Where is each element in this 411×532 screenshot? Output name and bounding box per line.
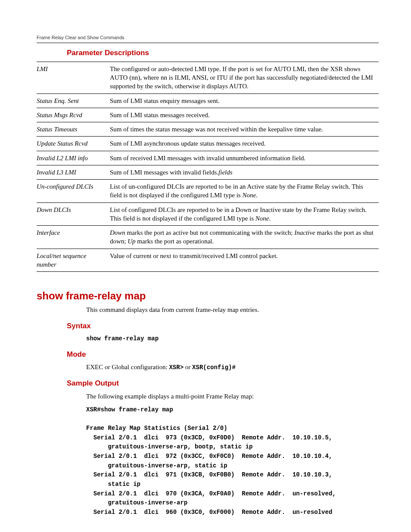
- table-row: Status Msgs RcvdSum of LMI status messag…: [37, 108, 379, 122]
- section-heading-syntax: Syntax: [67, 321, 379, 331]
- param-desc: Sum of LMI asynchronous update status me…: [110, 137, 379, 151]
- syntax-code: show frame-relay map: [86, 335, 379, 343]
- param-name: Status Enq. Sent: [37, 93, 110, 108]
- table-row: Status TimeoutsSum of times the status m…: [37, 122, 379, 137]
- mode-line: EXEC or Global configuration: XSR> or XS…: [86, 363, 379, 372]
- param-name: Invalid L2 LMI info: [37, 151, 110, 165]
- table-row: Un-configured DLCIsList of un-configured…: [37, 180, 379, 203]
- table-row: InterfaceDown marks the port as active b…: [37, 226, 379, 249]
- param-desc: Down marks the port as active but not co…: [110, 226, 379, 249]
- mode-code-2: XSR(config)#: [192, 364, 236, 371]
- param-name: Status Msgs Rcvd: [37, 108, 110, 122]
- section-heading-mode: Mode: [67, 350, 379, 360]
- table-row: Invalid L3 LMISum of LMI messages with i…: [37, 165, 379, 179]
- section-heading-parameter-descriptions: Parameter Descriptions: [67, 48, 379, 58]
- table-row: Down DLCIsList of configured DLCIs are r…: [37, 202, 379, 226]
- parameter-table: LMIThe configured or auto-detected LMI t…: [37, 62, 379, 272]
- param-desc: Sum of times the status message was not …: [110, 122, 379, 137]
- mode-or: or: [184, 364, 192, 370]
- page-header-breadcrumb: Frame Relay Clear and Show Commands: [37, 34, 379, 41]
- param-desc: List of un-configured DLCIs are reported…: [110, 180, 379, 203]
- param-desc: Sum of LMI status messages received.: [110, 108, 379, 122]
- sample-output-intro: The following example displays a multi-p…: [86, 392, 379, 401]
- param-name: Un-configured DLCIs: [37, 180, 110, 203]
- sample-output-block: XSR#show frame-relay map Frame Relay Map…: [86, 405, 379, 517]
- param-name: LMI: [37, 62, 110, 93]
- section-heading-sample-output: Sample Output: [67, 379, 379, 389]
- param-desc: Value of current or next to transmit/rec…: [110, 249, 379, 272]
- param-name: Update Status Rcvd: [37, 137, 110, 151]
- command-heading: show frame-relay map: [37, 289, 379, 303]
- mode-text: EXEC or Global configuration:: [86, 364, 169, 370]
- param-name: Status Timeouts: [37, 122, 110, 137]
- param-desc: Sum of LMI status enquiry messages sent.: [110, 93, 379, 108]
- command-intro: This command displays data from current …: [86, 305, 379, 314]
- param-name: Invalid L3 LMI: [37, 165, 110, 179]
- table-row: Local/net sequence numberValue of curren…: [37, 249, 379, 272]
- table-row: Invalid L2 LMI infoSum of received LMI m…: [37, 151, 379, 165]
- param-name: Local/net sequence number: [37, 249, 110, 272]
- param-name: Down DLCIs: [37, 202, 110, 226]
- param-desc: Sum of LMI messages with invalid fields.…: [110, 165, 379, 179]
- param-desc: The configured or auto-detected LMI type…: [110, 62, 379, 93]
- param-desc: List of configured DLCIs are reported to…: [110, 202, 379, 226]
- mode-code-1: XSR>: [169, 364, 184, 371]
- param-name: Interface: [37, 226, 110, 249]
- table-row: Update Status RcvdSum of LMI asynchronou…: [37, 137, 379, 151]
- header-rule: [37, 43, 379, 43]
- table-row: Status Enq. SentSum of LMI status enquir…: [37, 93, 379, 108]
- table-row: LMIThe configured or auto-detected LMI t…: [37, 62, 379, 93]
- param-desc: Sum of received LMI messages with invali…: [110, 151, 379, 165]
